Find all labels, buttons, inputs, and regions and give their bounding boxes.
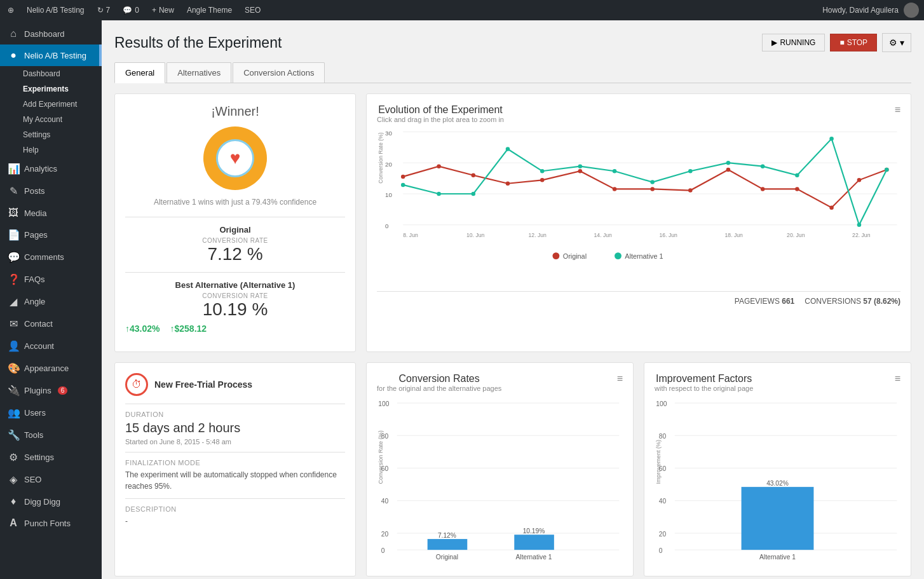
sidebar-item-plugins[interactable]: 🔌 Plugins 6 [0,379,102,402]
svg-point-20 [506,181,510,186]
seo[interactable]: SEO [242,0,263,20]
svg-text:30: 30 [385,130,392,137]
svg-text:Original: Original [436,554,458,561]
sidebar-item-settings[interactable]: ⚙ Settings [0,446,102,468]
plugins-badge: 6 [58,386,68,395]
sidebar-item-angle[interactable]: ◢ Angle [0,290,102,313]
tab-general[interactable]: General [114,62,165,83]
conversion-rates-svg: 100 80 60 40 20 0 Conversion Rate (% [377,397,623,564]
sidebar: ⌂ Dashboard ● Nelio A/B Testing Dashboar… [0,20,102,579]
svg-text:18. Jun: 18. Jun [725,232,744,238]
sidebar-item-punch-fonts[interactable]: A Punch Fonts [0,512,102,534]
evolution-chart-subtitle: Click and drag in the plot area to zoom … [377,116,504,123]
seo-icon: ◈ [8,473,19,486]
svg-text:Conversion Rate (%): Conversion Rate (%) [377,430,384,484]
duration-label: Duration [125,404,345,418]
tab-alternatives[interactable]: Alternatives [166,62,231,83]
svg-text:100: 100 [378,400,389,407]
chart-menu-icon[interactable]: ≡ [895,104,900,116]
description-label: Description [125,498,345,513]
sidebar-sub-settings[interactable]: Settings [8,127,102,142]
sidebar-item-users[interactable]: 👥 Users [0,402,102,424]
sidebar-item-nelio[interactable]: ● Nelio A/B Testing [0,44,102,66]
conversions-label: CONVERSIONS 57 (8.62%) [805,297,900,306]
sidebar-item-digg-digg[interactable]: ♦ Digg Digg [0,491,102,512]
sidebar-item-seo[interactable]: ◈ SEO [0,468,102,491]
dashboard-icon: ⌂ [8,28,19,39]
sidebar-sub-add-experiment[interactable]: Add Experiment [8,97,102,112]
metric-badges: ↑43.02% ↑$258.12 [125,324,345,334]
angle-theme[interactable]: Angle Theme [184,0,234,20]
sidebar-item-appearance[interactable]: 🎨 Appearance [0,357,102,379]
bar-alternative [514,535,554,550]
original-legend-dot [552,252,559,259]
running-button[interactable]: ▶ RUNNING [762,34,825,51]
svg-point-21 [540,178,545,182]
new-button[interactable]: + New [149,0,177,20]
improvement-chart-menu-icon[interactable]: ≡ [895,373,900,385]
pages-icon: 📄 [8,229,19,241]
page-header: Results of the Experiment ▶ RUNNING ■ ST… [114,33,911,52]
gear-button[interactable]: ⚙ ▾ [882,33,911,52]
comments-count[interactable]: 💬 0 [120,0,142,20]
sidebar-item-faqs[interactable]: ❓ FAQs [0,268,102,290]
sidebar-sub-nelio-dashboard[interactable]: Dashboard [8,66,102,81]
duration-value: 15 days and 2 hours [125,421,345,435]
sidebar-sub-my-account[interactable]: My Account [8,112,102,127]
svg-point-19 [472,173,476,177]
svg-text:100: 100 [656,400,667,407]
svg-point-35 [506,147,510,151]
svg-text:80: 80 [659,433,667,440]
sidebar-item-account[interactable]: 👤 Account [0,335,102,357]
svg-point-32 [401,183,405,187]
svg-text:0: 0 [659,547,663,554]
site-name[interactable]: Nelio A/B Testing [24,0,87,20]
nelio-submenu: Dashboard Experiments Add Experiment My … [0,66,102,158]
sidebar-item-media[interactable]: 🖼 Media [0,202,102,224]
sidebar-item-dashboard[interactable]: ⌂ Dashboard [0,23,102,44]
conversion-rates-chart-container: 100 80 60 40 20 0 Conversion Rate (% [377,397,623,566]
svg-point-41 [726,161,731,165]
svg-text:7.12%: 7.12% [438,532,456,539]
svg-point-28 [795,187,799,191]
wp-logo[interactable]: ⊕ [5,0,17,20]
sidebar-item-pages[interactable]: 📄 Pages [0,224,102,246]
sidebar-sub-experiments[interactable]: Experiments [8,81,102,97]
svg-text:43.02%: 43.02% [766,480,789,487]
sidebar-item-comments[interactable]: 💬 Comments [0,246,102,268]
svg-text:10. Jun: 10. Jun [466,232,485,238]
experiment-info-card: ⏱ New Free-Trial Process Duration 15 day… [114,362,356,576]
sidebar-item-analytics[interactable]: 📊 Analytics [0,158,102,180]
conversion-chart-menu-icon[interactable]: ≡ [617,373,623,385]
description-value: - [125,515,345,527]
conversion-chart-titles: Conversion Rates for the original and th… [377,373,501,397]
sidebar-sub-help[interactable]: Help [8,142,102,158]
svg-text:Alternative 1: Alternative 1 [516,554,552,561]
svg-point-30 [857,178,862,182]
stop-button[interactable]: ■ STOP [830,34,877,51]
admin-bar: ⊕ Nelio A/B Testing ↻ 7 💬 0 + New Angle … [0,0,924,20]
pageviews-label: PAGEVIEWS 661 [735,297,795,306]
svg-text:Improvement (%): Improvement (%) [655,440,662,484]
svg-text:10.19%: 10.19% [523,528,545,535]
svg-point-46 [885,168,889,172]
avatar[interactable] [904,3,919,18]
bar-original [428,539,468,550]
sidebar-item-posts[interactable]: ✎ Posts [0,180,102,202]
faqs-icon: ❓ [8,273,19,285]
updates-count[interactable]: ↻ 7 [95,0,113,20]
svg-point-44 [829,137,834,141]
sidebar-section-main: ⌂ Dashboard ● Nelio A/B Testing Dashboar… [0,20,102,536]
plugins-icon: 🔌 [8,385,19,397]
pageviews-bar: PAGEVIEWS 661 CONVERSIONS 57 (8.62%) [377,291,900,306]
conversion-chart-header: Conversion Rates for the original and th… [377,373,623,397]
alternative-metric: Best Alternative (Alternative 1) CONVERS… [125,280,345,334]
improvement-chart-header: Improvement Factors with respect to the … [655,373,900,397]
sidebar-item-contact[interactable]: ✉ Contact [0,313,102,335]
svg-text:40: 40 [381,498,389,505]
svg-point-34 [472,192,476,196]
sidebar-item-tools[interactable]: 🔧 Tools [0,424,102,446]
svg-point-23 [613,187,617,191]
tab-conversion-actions[interactable]: Conversion Actions [233,62,325,83]
layout: ⌂ Dashboard ● Nelio A/B Testing Dashboar… [0,20,924,579]
